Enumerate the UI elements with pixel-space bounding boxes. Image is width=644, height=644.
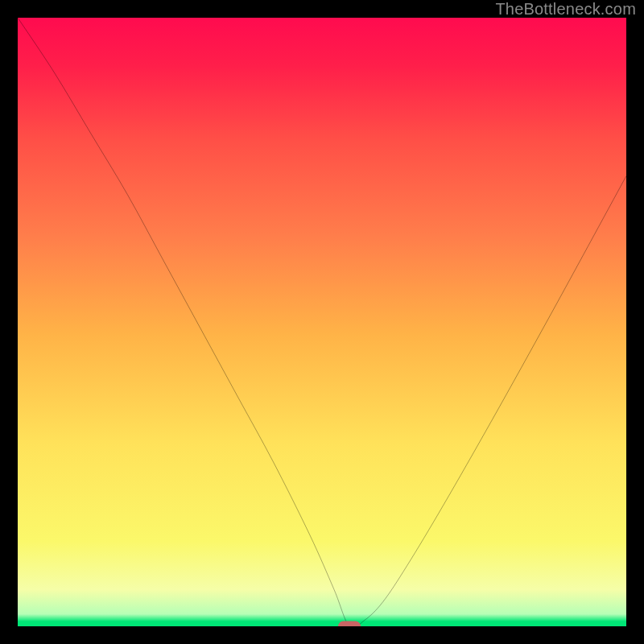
optimal-point-marker [338,621,361,627]
plot-area [18,18,626,626]
watermark-text: TheBottleneck.com [495,0,636,19]
bottleneck-curve [18,18,626,626]
chart-frame: TheBottleneck.com [0,0,644,644]
curve-path [18,18,626,626]
